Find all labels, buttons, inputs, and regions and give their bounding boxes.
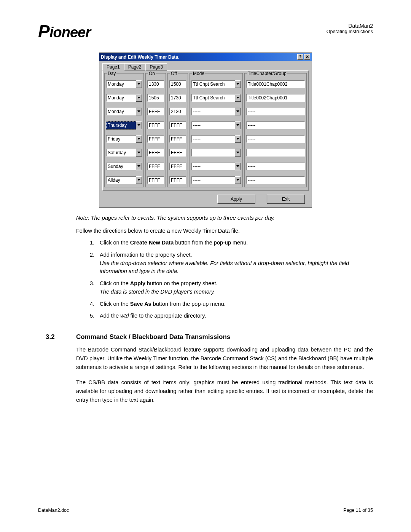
chevron-down-icon[interactable] [235, 80, 241, 88]
day-combo[interactable]: Sunday [106, 163, 142, 170]
page-footer: DataMan2.doc Page 11 of 35 [38, 508, 373, 513]
close-icon: ✕ [306, 55, 309, 59]
mode-combo[interactable]: ----- [191, 121, 241, 129]
cell-tcg: Title0002Chap0001 [246, 93, 305, 102]
svg-marker-6 [137, 138, 140, 140]
day-combo[interactable]: Monday [106, 80, 142, 88]
cell-day: Thursday [106, 121, 142, 130]
chevron-down-icon[interactable] [136, 163, 142, 170]
cell-on: FFFF [147, 134, 164, 144]
day-combo[interactable]: Monday [106, 108, 142, 115]
off-input[interactable]: FFFF [169, 163, 186, 170]
header-right: DataMan2 Operating Instructions [327, 23, 373, 34]
day-combo[interactable]: Monday [106, 94, 142, 102]
tcg-input[interactable]: Title0002Chap0001 [246, 94, 305, 102]
on-input[interactable]: FFFF [147, 135, 164, 143]
chevron-down-icon[interactable] [136, 121, 142, 129]
step-item: 2.Add information to the property sheet.… [90, 251, 373, 276]
tcg-input[interactable]: ----- [246, 149, 305, 157]
svg-text:ioneer: ioneer [49, 24, 92, 40]
step-ital: wtd [120, 313, 129, 319]
off-input[interactable]: FFFF [169, 176, 186, 184]
column-off: 150017302130FFFFFFFFFFFFFFFFFFFF [167, 73, 188, 187]
cell-mode: ----- [191, 176, 241, 185]
help-button[interactable]: ? [297, 54, 303, 60]
mode-combo[interactable]: ----- [191, 149, 241, 157]
chevron-down-icon[interactable] [136, 108, 142, 115]
cell-off: FFFF [169, 148, 186, 157]
mode-combo[interactable]: ----- [191, 176, 241, 184]
day-combo[interactable]: Friday [106, 135, 142, 143]
on-input[interactable]: FFFF [147, 121, 164, 129]
off-input[interactable]: 1730 [169, 94, 186, 102]
column-tcg: Title0001Chap0002Title0002Chap0001------… [244, 73, 307, 187]
day-combo[interactable]: Thursday [106, 121, 142, 129]
on-input[interactable]: 1330 [147, 80, 164, 88]
off-input[interactable]: 2130 [169, 108, 186, 115]
tab-page3[interactable]: Page3 [145, 63, 167, 71]
tcg-input[interactable]: Title0001Chap0002 [246, 80, 305, 88]
on-input[interactable]: FFFF [147, 163, 164, 170]
off-input[interactable]: FFFF [169, 149, 186, 157]
step-bold: Apply [130, 280, 145, 286]
chevron-down-icon[interactable] [235, 94, 241, 102]
on-input[interactable]: FFFF [147, 149, 164, 157]
tab-page2[interactable]: Page2 [124, 63, 146, 71]
chevron-down-icon[interactable] [136, 94, 142, 102]
close-button[interactable]: ✕ [304, 54, 310, 60]
cell-day: Friday [106, 134, 142, 144]
step-item: 3.Click on the Apply button on the prope… [90, 280, 373, 296]
tab-page1[interactable]: Page1 [102, 63, 124, 71]
on-input[interactable]: FFFF [147, 108, 164, 115]
off-input[interactable]: FFFF [169, 135, 186, 143]
cell-day: Allday [106, 176, 142, 185]
exit-button[interactable]: Exit [267, 195, 305, 204]
mode-combo[interactable]: Ttl Chpt Search [191, 80, 241, 88]
chevron-down-icon[interactable] [136, 176, 142, 184]
step-number: 5. [90, 312, 100, 320]
cell-on: 1330 [147, 80, 164, 89]
chevron-down-icon[interactable] [235, 163, 241, 170]
tab-strip: Page1 Page2 Page3 [102, 63, 309, 71]
on-input[interactable]: 1505 [147, 94, 164, 102]
chevron-down-icon[interactable] [136, 80, 142, 88]
svg-marker-17 [236, 179, 239, 181]
day-combo[interactable]: Allday [106, 176, 142, 184]
chevron-down-icon[interactable] [136, 135, 142, 143]
cell-tcg: Title0001Chap0002 [246, 80, 305, 89]
svg-marker-2 [137, 83, 140, 85]
step-text: Add information to the property sheet.Us… [100, 251, 373, 276]
mode-value: ----- [191, 121, 235, 129]
svg-marker-9 [137, 179, 140, 181]
day-combo[interactable]: Saturday [106, 149, 142, 157]
chevron-down-icon[interactable] [235, 135, 241, 143]
chevron-down-icon[interactable] [235, 108, 241, 115]
cell-off: 2130 [169, 107, 186, 116]
tcg-input[interactable]: ----- [246, 121, 305, 129]
tcg-input[interactable]: ----- [246, 163, 305, 170]
cell-mode: ----- [191, 107, 241, 116]
mode-combo[interactable]: ----- [191, 108, 241, 115]
tcg-input[interactable]: ----- [246, 176, 305, 184]
off-input[interactable]: FFFF [169, 121, 186, 129]
mode-combo[interactable]: ----- [191, 163, 241, 170]
dialog-titlebar: Display and Edit Weekly Timer Data. ? ✕ [99, 53, 312, 61]
cell-off: FFFF [169, 176, 186, 185]
tcg-input[interactable]: ----- [246, 135, 305, 143]
mode-combo[interactable]: Ttl Chpt Search [191, 94, 241, 102]
apply-button[interactable]: Apply [217, 195, 255, 204]
chevron-down-icon[interactable] [235, 121, 241, 129]
tcg-input[interactable]: ----- [246, 108, 305, 115]
column-on: 13301505FFFFFFFFFFFFFFFFFFFFFFFF [145, 73, 166, 187]
on-input[interactable]: FFFF [147, 176, 164, 184]
step-pre: Add information to the property sheet. [100, 252, 192, 258]
chevron-down-icon[interactable] [235, 176, 241, 184]
chevron-down-icon[interactable] [136, 149, 142, 157]
off-input[interactable]: 1500 [169, 80, 186, 88]
chevron-down-icon[interactable] [235, 149, 241, 157]
mode-combo[interactable]: ----- [191, 135, 241, 143]
day-value: Allday [106, 176, 136, 184]
svg-marker-5 [137, 124, 140, 126]
step-text: Click on the Create New Data button from… [100, 239, 373, 247]
step-item: 5.Add the wtd file to the appropriate di… [90, 312, 373, 320]
